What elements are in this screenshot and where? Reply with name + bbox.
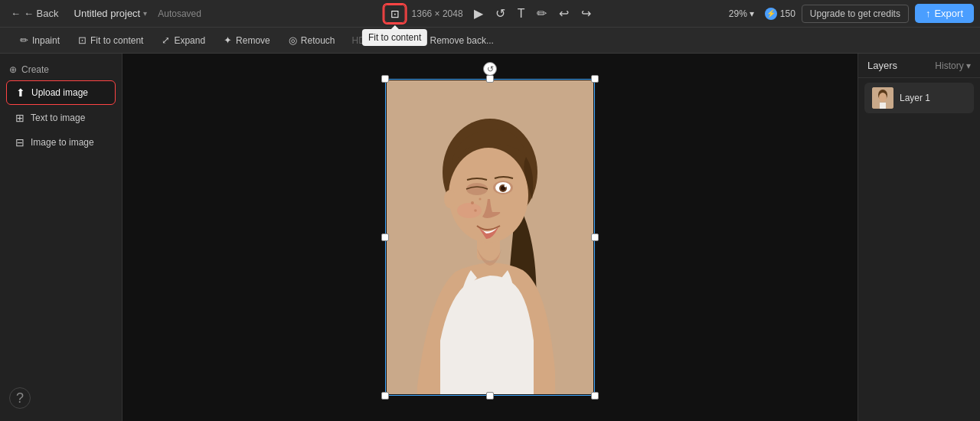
- retouch-icon: ◎: [289, 34, 297, 46]
- handle-bottom-left[interactable]: [381, 392, 389, 400]
- layer-item[interactable]: Layer 1: [864, 83, 974, 113]
- layer-thumb-svg: [872, 87, 893, 109]
- zoom-label: 29%: [729, 8, 747, 19]
- refresh-icon: ↺: [495, 6, 505, 21]
- svg-point-17: [879, 93, 887, 102]
- image-to-image-button[interactable]: ⊟ Image to image: [6, 131, 116, 154]
- back-button[interactable]: ← ← Back: [6, 5, 64, 21]
- handle-bottom-center[interactable]: [486, 392, 494, 400]
- select-icon: ▶: [474, 6, 483, 21]
- project-title-text: Untitled project: [74, 8, 141, 19]
- canvas-image: [387, 80, 593, 394]
- undo-button[interactable]: ↩: [554, 4, 573, 23]
- topbar-left: ← ← Back Untitled project ▾ Autosaved: [6, 5, 201, 21]
- credits-icon: ⚡: [765, 8, 777, 20]
- credits-badge: ⚡ 150: [765, 8, 795, 20]
- handle-bottom-right[interactable]: [591, 392, 599, 400]
- back-label: ← Back: [24, 8, 59, 19]
- svg-point-13: [474, 209, 477, 212]
- refresh-button[interactable]: ↺: [491, 4, 510, 23]
- svg-point-11: [471, 201, 474, 204]
- layer-thumbnail: [872, 87, 893, 109]
- fit-toolbar-button[interactable]: ⊡ Fit to content: [70, 31, 151, 49]
- inpaint-button[interactable]: ✏ Inpaint: [12, 31, 67, 49]
- export-icon: ↑: [926, 8, 931, 19]
- fit-content-button[interactable]: ⊡: [384, 5, 406, 23]
- select-tool-button[interactable]: ▶: [469, 4, 488, 23]
- pen-icon: ✏: [537, 6, 547, 21]
- redo-button[interactable]: ↪: [577, 4, 596, 23]
- sidebar-bottom: ?: [0, 381, 122, 415]
- layers-tab[interactable]: Layers: [867, 60, 897, 71]
- svg-point-3: [449, 148, 528, 243]
- history-tab[interactable]: History ▾: [935, 60, 971, 71]
- svg-point-9: [505, 185, 507, 188]
- history-chevron-icon: ▾: [966, 60, 971, 71]
- remove-icon: ✦: [224, 34, 232, 46]
- text-tool-button[interactable]: T: [513, 5, 530, 23]
- credits-count: 150: [780, 8, 795, 19]
- image-wrapper[interactable]: ↺: [387, 80, 593, 394]
- image-to-image-icon: ⊟: [15, 136, 24, 148]
- handle-top-right[interactable]: [591, 75, 599, 83]
- remove-background-button[interactable]: ⊠ Remove back...: [410, 31, 501, 49]
- expand-button[interactable]: ⤢ Expand: [154, 31, 213, 49]
- fit-content-icon: ⊡: [390, 8, 400, 20]
- retouch-button[interactable]: ◎ Retouch: [281, 31, 343, 49]
- main-layout: ⊕ Create ⬆ Upload image ⊞ Text to image …: [0, 54, 980, 421]
- zoom-control[interactable]: 29% ▾: [724, 6, 759, 21]
- fit-toolbar-icon: ⊡: [78, 34, 87, 46]
- topbar-center-tools: ⊡ Fit to content 1366 × 2048 ▶ ↺ T ✏ ↩ ↪: [384, 4, 596, 23]
- panel-header: Layers History ▾: [858, 54, 980, 78]
- svg-point-12: [479, 198, 482, 201]
- create-section-header: ⊕ Create: [0, 60, 122, 80]
- dimensions-label: 1366 × 2048: [409, 8, 466, 19]
- svg-rect-18: [880, 103, 886, 109]
- svg-point-14: [444, 190, 456, 208]
- topbar: ← ← Back Untitled project ▾ Autosaved ⊡ …: [0, 0, 980, 28]
- secondary-toolbar: ✏ Inpaint ⊡ Fit to content ⤢ Expand ✦ Re…: [0, 28, 980, 54]
- text-icon: T: [518, 7, 525, 21]
- svg-point-4: [466, 183, 488, 195]
- left-sidebar: ⊕ Create ⬆ Upload image ⊞ Text to image …: [0, 54, 122, 421]
- upgrade-button[interactable]: Upgrade to get credits: [802, 5, 909, 23]
- project-chevron-icon: ▾: [143, 9, 147, 18]
- remove-button[interactable]: ✦ Remove: [216, 31, 278, 49]
- help-button[interactable]: ?: [9, 387, 31, 409]
- handle-middle-right[interactable]: [591, 233, 599, 241]
- text-to-image-button[interactable]: ⊞ Text to image: [6, 106, 116, 129]
- canvas-area[interactable]: ↺: [122, 54, 858, 421]
- text-to-image-icon: ⊞: [15, 112, 24, 124]
- back-icon: ←: [11, 8, 21, 19]
- upload-image-icon: ⬆: [16, 86, 25, 99]
- upload-image-button[interactable]: ⬆ Upload image: [6, 80, 116, 105]
- expand-icon: ⤢: [162, 34, 170, 46]
- svg-point-10: [457, 203, 482, 218]
- export-button[interactable]: ↑ Export: [915, 4, 974, 23]
- topbar-right: 29% ▾ ⚡ 150 Upgrade to get credits ↑ Exp…: [724, 4, 974, 23]
- person-svg: [387, 80, 593, 394]
- autosaved-label: Autosaved: [158, 8, 201, 19]
- redo-icon: ↪: [581, 6, 591, 21]
- project-title[interactable]: Untitled project ▾: [70, 5, 152, 21]
- rotate-handle[interactable]: ↺: [483, 62, 497, 76]
- no-upscale-label: HD Upscale: [346, 32, 407, 49]
- remove-back-icon: ⊠: [418, 34, 426, 46]
- create-icon: ⊕: [9, 64, 17, 75]
- handle-top-left[interactable]: [381, 75, 389, 83]
- layer-name: Layer 1: [900, 93, 930, 103]
- rotate-icon: ↺: [487, 64, 494, 74]
- inpaint-icon: ✏: [20, 34, 28, 46]
- pen-tool-button[interactable]: ✏: [532, 4, 551, 23]
- undo-icon: ↩: [559, 6, 569, 21]
- canvas-content: ↺: [387, 80, 593, 394]
- zoom-chevron-icon: ▾: [750, 8, 754, 19]
- handle-top-center[interactable]: [486, 75, 494, 83]
- right-panel: Layers History ▾ Layer 1: [858, 54, 980, 421]
- handle-middle-left[interactable]: [381, 233, 389, 241]
